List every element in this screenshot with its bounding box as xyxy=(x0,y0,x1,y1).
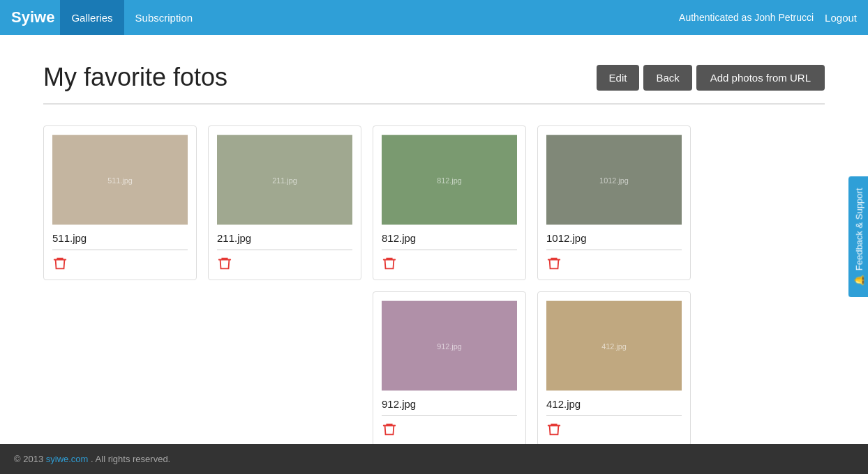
svg-text:412.jpg: 412.jpg xyxy=(601,342,627,351)
svg-text:1012.jpg: 1012.jpg xyxy=(599,176,629,185)
photo-name: 412.jpg xyxy=(546,398,682,416)
trash-icon xyxy=(382,422,397,437)
photo-thumbnail: 211.jpg xyxy=(217,135,352,225)
footer-link[interactable]: syiwe.com xyxy=(46,454,89,464)
add-photos-button[interactable]: Add photos from URL xyxy=(696,65,825,91)
svg-text:511.jpg: 511.jpg xyxy=(107,176,133,185)
nav-links: Galleries Subscription xyxy=(60,0,204,35)
trash-icon xyxy=(217,256,232,271)
main-content: My favorite fotos Edit Back Add photos f… xyxy=(29,35,839,460)
page-header: My favorite fotos Edit Back Add photos f… xyxy=(43,63,825,105)
photo-name: 912.jpg xyxy=(382,398,517,416)
edit-button[interactable]: Edit xyxy=(597,65,640,91)
nav-galleries[interactable]: Galleries xyxy=(60,0,124,35)
back-button[interactable]: Back xyxy=(643,65,691,91)
logout-button[interactable]: Logout xyxy=(825,12,857,24)
svg-text:812.jpg: 812.jpg xyxy=(437,176,462,185)
photo-thumbnail: 511.jpg xyxy=(52,135,188,225)
photo-card: 812.jpg812.jpg xyxy=(373,125,526,280)
photo-name: 511.jpg xyxy=(52,232,188,250)
photo-card: 211.jpg211.jpg xyxy=(208,125,361,280)
brand-logo[interactable]: Syiwe xyxy=(11,8,54,26)
delete-button[interactable] xyxy=(217,256,352,271)
photo-thumbnail: 812.jpg xyxy=(382,135,517,225)
trash-icon xyxy=(546,422,562,437)
svg-text:912.jpg: 912.jpg xyxy=(437,342,462,351)
photo-thumbnail: 412.jpg xyxy=(546,300,682,391)
trash-icon xyxy=(546,256,562,271)
delete-button[interactable] xyxy=(546,422,682,437)
delete-button[interactable] xyxy=(382,422,517,437)
trash-icon xyxy=(382,256,397,271)
feedback-icon: 🔔 xyxy=(854,275,865,286)
footer-copyright: © 2013 xyxy=(14,454,43,464)
photo-card: 412.jpg412.jpg xyxy=(537,291,691,446)
feedback-label: Feedback & Support xyxy=(854,188,865,271)
photo-thumbnail: 912.jpg xyxy=(382,300,517,391)
trash-icon xyxy=(52,256,68,271)
footer: © 2013 syiwe.com . All rights reserved. xyxy=(0,444,868,474)
photo-name: 812.jpg xyxy=(382,232,517,250)
auth-text: Authenticated as Jonh Petrucci xyxy=(679,12,814,23)
gallery-grid: 511.jpg511.jpg211.jpg211.jpg812.jpg812.j… xyxy=(43,125,825,446)
svg-text:211.jpg: 211.jpg xyxy=(272,176,297,185)
photo-card: 1012.jpg1012.jpg xyxy=(537,125,691,280)
header-buttons: Edit Back Add photos from URL xyxy=(597,65,825,91)
photo-card: 511.jpg511.jpg xyxy=(43,125,197,280)
footer-rights: . All rights reserved. xyxy=(91,454,170,464)
photo-name: 1012.jpg xyxy=(546,232,682,250)
delete-button[interactable] xyxy=(382,256,517,271)
navbar-right: Authenticated as Jonh Petrucci Logout xyxy=(679,12,857,24)
delete-button[interactable] xyxy=(546,256,682,271)
feedback-tab[interactable]: 🔔 Feedback & Support xyxy=(848,177,868,298)
delete-button[interactable] xyxy=(52,256,188,271)
photo-name: 211.jpg xyxy=(217,232,352,250)
photo-card: 912.jpg912.jpg xyxy=(373,291,526,446)
page-title: My favorite fotos xyxy=(43,63,227,92)
navbar: Syiwe Galleries Subscription Authenticat… xyxy=(0,0,868,35)
nav-subscription[interactable]: Subscription xyxy=(124,0,204,35)
photo-thumbnail: 1012.jpg xyxy=(546,135,682,225)
